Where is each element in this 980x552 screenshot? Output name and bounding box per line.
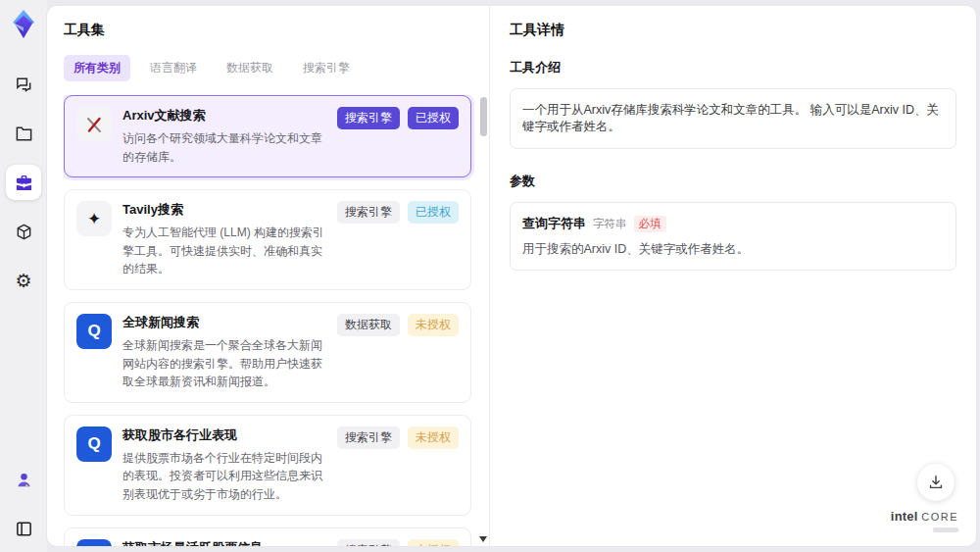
briefcase-icon xyxy=(15,174,33,192)
tool-description: 提供股票市场各个行业在特定时间段内的表现。投资者可以利用这些信息来识别表现优于或… xyxy=(122,449,333,504)
chat-icon xyxy=(15,75,33,94)
category-badge: 搜索引擎 xyxy=(337,201,400,224)
app-logo xyxy=(7,8,40,41)
cube-icon xyxy=(15,223,33,241)
brand-core-text: CORE xyxy=(921,511,958,523)
brand-sub-mark xyxy=(933,527,958,532)
category-tabs: 所有类别语言翻译数据获取搜索引擎 xyxy=(64,55,489,81)
auth-status-badge: 已授权 xyxy=(408,107,459,129)
auth-status-badge: 未授权 xyxy=(408,427,459,449)
tab-1[interactable]: 语言翻译 xyxy=(140,55,207,81)
search-q-icon: Q xyxy=(76,427,112,462)
tab-3[interactable]: 搜索引擎 xyxy=(293,55,360,81)
param-card: 查询字符串 字符串 必填 用于搜索的Arxiv ID、关键字或作者姓名。 xyxy=(510,202,956,271)
category-badge: 数据获取 xyxy=(337,314,400,336)
sidebar-item-tools[interactable] xyxy=(6,165,41,200)
sidebar-item-models[interactable] xyxy=(6,214,41,249)
panel-icon xyxy=(15,520,33,538)
main-panel: 工具集 所有类别语言翻译数据获取搜索引擎 Arxiv文献搜索访问各个研究领域大量… xyxy=(47,6,976,546)
tab-2[interactable]: 数据获取 xyxy=(217,55,283,81)
tool-card-3[interactable]: Q获取股市各行业表现提供股票市场各个行业在特定时间段内的表现。投资者可以利用这些… xyxy=(64,415,471,516)
tool-intro-text: 一个用于从Arxiv存储库搜索科学论文和文章的工具。 输入可以是Arxiv ID… xyxy=(510,88,956,149)
auth-status-badge: 未授权 xyxy=(408,314,459,336)
scrollbar-thumb[interactable] xyxy=(480,97,487,136)
sidebar-item-files[interactable] xyxy=(6,116,41,151)
gear-icon: ⚙ xyxy=(15,272,31,290)
tool-list-panel: 工具集 所有类别语言翻译数据获取搜索引擎 Arxiv文献搜索访问各个研究领域大量… xyxy=(47,6,490,546)
avatar-icon xyxy=(15,471,33,489)
sidebar-item-settings[interactable]: ⚙ xyxy=(6,263,41,298)
tool-card-2[interactable]: Q全球新闻搜索全球新闻搜索是一个聚合全球各大新闻网站内容的搜索引擎。帮助用户快速… xyxy=(64,302,471,403)
param-description: 用于搜索的Arxiv ID、关键字或作者姓名。 xyxy=(522,241,944,258)
detail-title: 工具详情 xyxy=(510,22,956,39)
download-icon xyxy=(927,474,945,491)
category-badge: 搜索引擎 xyxy=(337,539,400,546)
tool-detail-panel: 工具详情 工具介绍 一个用于从Arxiv存储库搜索科学论文和文章的工具。 输入可… xyxy=(490,6,976,546)
intro-heading: 工具介绍 xyxy=(510,59,956,76)
icon-rail: ⚙ xyxy=(0,0,47,552)
search-q-icon: Q xyxy=(76,539,112,546)
sidebar-item-chat[interactable] xyxy=(6,67,41,102)
category-badge: 搜索引擎 xyxy=(337,107,400,129)
auth-status-badge: 已授权 xyxy=(408,201,459,224)
param-required-badge: 必填 xyxy=(634,216,666,232)
tool-description: 访问各个研究领域大量科学论文和文章的存储库。 xyxy=(122,129,333,166)
params-heading: 参数 xyxy=(510,173,956,190)
tool-description: 专为人工智能代理 (LLM) 构建的搜索引擎工具。可快速提供实时、准确和真实的结… xyxy=(122,224,333,278)
auth-status-badge: 未授权 xyxy=(408,539,459,546)
scroll-down-icon[interactable] xyxy=(479,536,487,542)
folder-icon xyxy=(15,125,33,143)
search-q-icon: Q xyxy=(76,314,112,349)
param-name: 查询字符串 xyxy=(522,215,586,232)
intel-core-logo: intel CORE xyxy=(891,508,958,532)
scrollbar[interactable] xyxy=(479,95,487,546)
tool-description: 全球新闻搜索是一个聚合全球各大新闻网站内容的搜索引擎。帮助用户快速获取全球最新资… xyxy=(122,336,333,391)
arxiv-icon xyxy=(76,107,112,142)
sidebar-item-panel-toggle[interactable] xyxy=(6,511,41,546)
param-type: 字符串 xyxy=(593,217,627,231)
page-title: 工具集 xyxy=(64,22,489,39)
tool-card-4[interactable]: Q获取市场最活跃股票信息提供当天交易量最高的股票列表。投资者可以利用这些信息来识… xyxy=(64,527,471,546)
tool-card-0[interactable]: Arxiv文献搜索访问各个研究领域大量科学论文和文章的存储库。搜索引擎已授权 xyxy=(64,95,471,177)
tool-list: Arxiv文献搜索访问各个研究领域大量科学论文和文章的存储库。搜索引擎已授权✦T… xyxy=(64,95,489,546)
download-button[interactable] xyxy=(917,464,955,501)
category-badge: 搜索引擎 xyxy=(337,427,400,449)
tool-card-1[interactable]: ✦Tavily搜索专为人工智能代理 (LLM) 构建的搜索引擎工具。可快速提供实… xyxy=(64,189,471,290)
brand-intel-text: intel xyxy=(891,509,918,524)
tab-0[interactable]: 所有类别 xyxy=(64,55,130,81)
sidebar-item-profile[interactable] xyxy=(6,462,41,497)
sparkle-icon: ✦ xyxy=(76,201,112,236)
